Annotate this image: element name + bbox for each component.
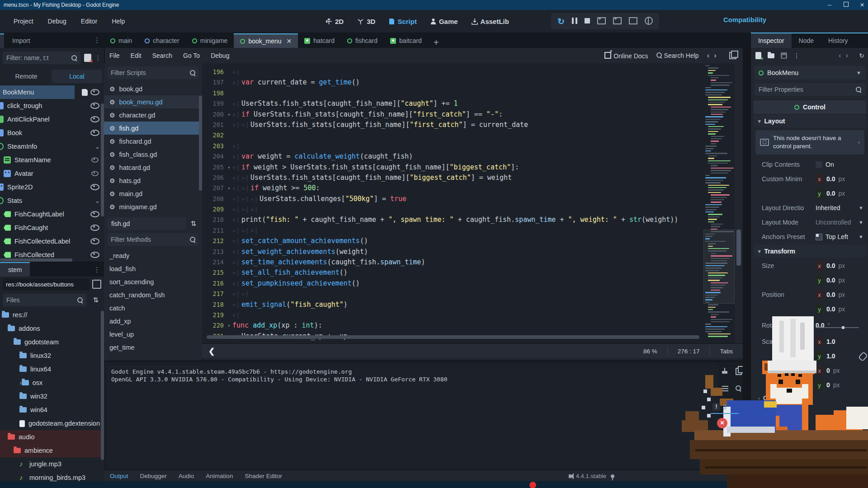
method-sort-icon[interactable]: ⇅	[188, 220, 199, 228]
visibility-eye-icon[interactable]	[91, 171, 99, 176]
renderer-selector[interactable]: Compatibility	[723, 16, 766, 23]
chevron-left-icon[interactable]: ‹	[858, 138, 860, 146]
visibility-eye-icon[interactable]	[90, 225, 99, 231]
visibility-eye-icon[interactable]	[90, 130, 99, 136]
tab-filesystem[interactable]: stem	[0, 262, 30, 277]
visibility-eye-icon[interactable]	[90, 103, 99, 109]
scene-tab-character[interactable]: character	[138, 33, 185, 48]
script-item-character.gd[interactable]: ⚙character.gd	[104, 108, 202, 122]
fs-item-res---[interactable]: res://	[0, 308, 104, 322]
script-item-main.gd[interactable]: ⚙main.gd	[104, 187, 202, 200]
detach-script-icon[interactable]	[84, 54, 91, 62]
scene-filter-input[interactable]: Filter: name, t:t	[3, 52, 80, 64]
script-item-minigame.gd[interactable]: ⚙minigame.gd	[104, 200, 202, 213]
script-item-hats.gd[interactable]: ⚙hats.gd	[104, 174, 202, 187]
close-tab-icon[interactable]: ✕	[287, 38, 292, 45]
tree-options-icon[interactable]: ⋮	[95, 54, 101, 61]
scene-node-AntiClickPanel[interactable]: AntiClickPanel	[0, 113, 104, 126]
scene-tab-minigame[interactable]: minigame	[186, 33, 234, 48]
fs-item-addons[interactable]: addons	[0, 322, 104, 335]
scene-node-FishCaught[interactable]: FishCaught	[0, 221, 104, 235]
dropdown-value[interactable]: Inherited	[816, 204, 840, 211]
resource-options-icon[interactable]: ⋮	[793, 52, 800, 59]
scene-tab-baitcard[interactable]: baitcard	[384, 33, 428, 48]
load-resource-icon[interactable]	[768, 53, 774, 58]
bottom-tab-output[interactable]: Output	[104, 473, 134, 479]
property-clip-contents[interactable]: Clip ContentsOn	[751, 157, 868, 172]
close-button[interactable]: ✕	[859, 2, 865, 8]
code-editor[interactable]: 196»|197»|var current_date = get_time()1…	[202, 63, 743, 343]
fs-item-osx[interactable]: ›osx	[0, 376, 104, 389]
inspector-back-icon[interactable]: ‹	[839, 51, 846, 60]
play-reload-button[interactable]: ↻	[557, 17, 565, 26]
method-item-level_up[interactable]: level_up	[104, 328, 202, 341]
bottom-tab-shader-editor[interactable]: Shader Editor	[239, 473, 288, 479]
scene-node-Stats[interactable]: Stats⌄	[0, 194, 104, 207]
script-item-book.gd[interactable]: ⚙book.gd	[104, 82, 202, 95]
warning-badge[interactable]: ! 3	[712, 403, 726, 411]
scene-node-FishCaughtLabel[interactable]: FishCaughtLabel	[0, 207, 104, 221]
fold-arrow-icon[interactable]: ▾	[226, 109, 232, 120]
fs-item-linux32[interactable]: linux32	[0, 349, 104, 362]
scene-node-FishCollectedLabel[interactable]: FishCollectedLabel	[0, 235, 104, 248]
visibility-eye-icon[interactable]	[90, 184, 99, 190]
vector-field[interactable]: x0.0px	[816, 174, 845, 184]
vector-field[interactable]: x0.0px	[816, 261, 845, 271]
scene-tab-fishcard[interactable]: fishcard	[341, 33, 384, 48]
method-item-add_xp[interactable]: add_xp	[104, 314, 202, 328]
expand-arrow-icon[interactable]: ›	[19, 379, 22, 386]
property-anchors-preset[interactable]: Anchors PresetTop Left▼	[751, 230, 868, 244]
history-forward-button[interactable]: ›	[714, 51, 721, 60]
script-item-hatcard.gd[interactable]: ⚙hatcard.gd	[104, 161, 202, 174]
property-layout-mode[interactable]: Layout ModeUncontrolled▼	[751, 215, 868, 230]
method-item-catch[interactable]: catch	[104, 301, 202, 314]
script-menu-go-to[interactable]: Go To	[178, 50, 205, 61]
method-item-catch_random_fish[interactable]: catch_random_fish	[104, 288, 202, 301]
scene-tree-scrollbar[interactable]	[101, 103, 104, 216]
inspector-tab-node[interactable]: Node	[792, 33, 821, 48]
filter-properties-input[interactable]: Filter Properties	[755, 83, 865, 96]
scene-node-SteamName[interactable]: SteamName	[0, 153, 104, 167]
vector-field[interactable]: y0.0px	[816, 275, 845, 285]
script-item-fish_class.gd[interactable]: ⚙fish_class.gd	[104, 148, 202, 161]
play-scene-button[interactable]	[613, 17, 622, 26]
vector-field[interactable]: y0.0px	[816, 188, 845, 198]
remote-debug-button[interactable]	[597, 17, 606, 26]
script-item-fishcard.gd[interactable]: ⚙fishcard.gd	[104, 135, 202, 148]
speaker-icon[interactable]	[569, 474, 571, 478]
save-resource-icon[interactable]	[781, 52, 787, 59]
fs-item-jungle-mp3[interactable]: ♪jungle.mp3	[0, 457, 104, 471]
menu-debug[interactable]: Debug	[42, 15, 72, 27]
workspace-3d[interactable]: 3D	[353, 15, 380, 28]
visibility-eye-icon[interactable]	[90, 252, 99, 258]
scene-node-Sprite2D[interactable]: Sprite2D	[0, 180, 104, 194]
history-back-button[interactable]: ‹	[707, 51, 714, 60]
fs-item-win32[interactable]: win32	[0, 389, 104, 403]
script-list-scrollbar[interactable]	[199, 96, 202, 191]
filesystem-options-icon[interactable]: ⋮	[94, 266, 100, 274]
editor-scrollbar[interactable]	[735, 63, 743, 343]
fs-item-ambience[interactable]: ambience	[0, 444, 104, 457]
attached-script-icon[interactable]	[82, 89, 88, 96]
bottom-tab-animation[interactable]: Animation	[200, 473, 239, 479]
error-badge[interactable]: ✕	[717, 418, 727, 428]
scene-node-Book[interactable]: Book	[0, 126, 104, 140]
search-help-button[interactable]: Search Help	[656, 52, 699, 59]
scene-node-click_trough[interactable]: click_trough	[0, 99, 104, 113]
float-window-icon[interactable]	[729, 52, 736, 59]
scene-node-SteamInfo[interactable]: SteamInfo⌄	[0, 140, 104, 153]
history-icon[interactable]: ↻	[859, 52, 864, 59]
section-layout[interactable]: ▾Layout	[754, 115, 866, 127]
visibility-eye-icon[interactable]	[90, 238, 99, 244]
fold-arrow-icon[interactable]: ▾	[226, 320, 232, 331]
script-menu-file[interactable]: File	[104, 50, 125, 61]
workspace-script[interactable]: Script	[384, 15, 421, 28]
collapse-chevron-icon[interactable]: ⌄	[95, 143, 100, 150]
property-custom-minim-x[interactable]: Custom Minimx0.0px	[751, 172, 868, 186]
new-scene-tab-button[interactable]: +	[428, 38, 444, 48]
script-menu-search[interactable]: Search	[147, 50, 178, 61]
fs-scrollbar[interactable]	[101, 311, 104, 460]
method-item-get_time[interactable]: get_time	[104, 341, 202, 354]
property-layout-directio[interactable]: Layout DirectioInherited▼	[751, 201, 868, 215]
menu-help[interactable]: Help	[106, 15, 130, 27]
